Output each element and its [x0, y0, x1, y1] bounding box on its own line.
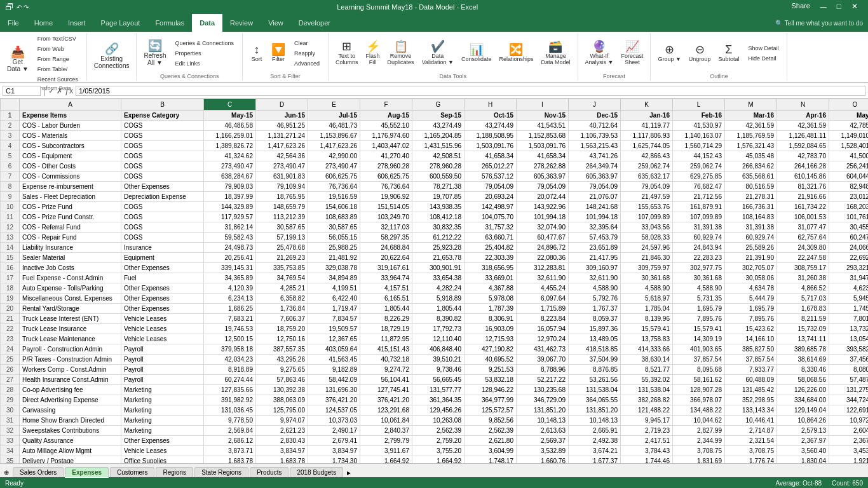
- table-cell[interactable]: COGS: [121, 131, 204, 141]
- table-cell[interactable]: 4,282.24: [412, 283, 465, 294]
- tab-data[interactable]: Data: [192, 14, 222, 32]
- table-cell[interactable]: 1,417,623.26: [256, 141, 308, 151]
- table-cell[interactable]: 2,321.54: [725, 436, 777, 446]
- table-cell[interactable]: 4,455.24: [517, 283, 569, 294]
- table-cell[interactable]: 1,787.39: [465, 304, 517, 314]
- table-cell[interactable]: 1,528,401.26: [829, 141, 869, 151]
- table-cell[interactable]: 366,978.07: [673, 395, 725, 405]
- table-cell[interactable]: 22,692.53: [829, 253, 869, 263]
- table-cell[interactable]: 37,857.54: [673, 355, 725, 365]
- table-cell[interactable]: 9,738.46: [412, 365, 465, 375]
- table-cell[interactable]: 1,785.04: [621, 304, 673, 314]
- table-cell[interactable]: 39,067.70: [517, 355, 569, 365]
- table-cell[interactable]: 2,840.37: [360, 426, 412, 436]
- table-cell[interactable]: 1,563,215.43: [569, 141, 621, 151]
- table-cell[interactable]: 42,361.59: [725, 121, 777, 131]
- table-cell[interactable]: Co-op Advertising fee: [20, 385, 121, 395]
- table-cell[interactable]: 629,275.85: [673, 172, 725, 182]
- table-cell[interactable]: 76,682.47: [673, 182, 725, 192]
- table-cell[interactable]: 427,190.82: [465, 344, 517, 355]
- table-cell[interactable]: 6,097.64: [517, 294, 569, 304]
- hide-detail-btn[interactable]: Hide Detail: [743, 54, 783, 63]
- filter-btn[interactable]: 🔽Filter: [268, 42, 288, 64]
- table-cell[interactable]: 127,745.41: [360, 385, 412, 395]
- table-cell[interactable]: Equipment: [121, 253, 204, 263]
- table-cell[interactable]: 2,621.23: [256, 426, 308, 436]
- table-cell[interactable]: 57,453.79: [569, 233, 621, 243]
- add-sheet-btn[interactable]: ⊕: [3, 468, 10, 477]
- table-cell[interactable]: 13,732.09: [829, 324, 869, 334]
- table-cell[interactable]: 60,274.44: [204, 375, 256, 385]
- table-cell[interactable]: COS - Commissions: [20, 172, 121, 182]
- table-cell[interactable]: 33,654.38: [412, 273, 465, 283]
- table-cell[interactable]: 37,504.99: [569, 355, 621, 365]
- table-cell[interactable]: 21,846.30: [621, 253, 673, 263]
- sort-btn[interactable]: ↕️Sort: [247, 42, 267, 64]
- table-cell[interactable]: 8,095.68: [673, 365, 725, 375]
- table-cell[interactable]: 10,446.41: [725, 416, 777, 426]
- table-cell[interactable]: 5,731.35: [673, 294, 725, 304]
- table-cell[interactable]: 60,488.09: [725, 375, 777, 385]
- table-cell[interactable]: Jul-15: [308, 111, 360, 121]
- table-cell[interactable]: 2,759.20: [412, 436, 465, 446]
- table-cell[interactable]: 379,958.18: [204, 344, 256, 355]
- table-cell[interactable]: Payroll: [121, 355, 204, 365]
- table-cell[interactable]: Expense Category: [121, 111, 204, 121]
- table-cell[interactable]: 2,719.23: [621, 426, 673, 436]
- table-cell[interactable]: Delivery / Postage: [20, 456, 121, 464]
- table-cell[interactable]: 61,212.22: [412, 233, 465, 243]
- table-cell[interactable]: Vehicle Leases: [121, 314, 204, 324]
- table-cell[interactable]: 259,062.74: [673, 161, 725, 172]
- table-cell[interactable]: COS - Prize Fund Constr.: [20, 212, 121, 222]
- table-cell[interactable]: 21,417.95: [569, 253, 621, 263]
- table-cell[interactable]: 19,707.85: [412, 192, 465, 202]
- table-cell[interactable]: 293,321.21: [829, 263, 869, 273]
- table-cell[interactable]: 63,660.71: [465, 233, 517, 243]
- table-cell[interactable]: COS - Referral Fund: [20, 222, 121, 233]
- maximize-btn[interactable]: □: [832, 2, 846, 12]
- table-cell[interactable]: 3,873.71: [204, 446, 256, 456]
- manage-data-model-btn[interactable]: 🗃️ManageData Model: [538, 39, 573, 67]
- table-cell[interactable]: 41,530.97: [673, 121, 725, 131]
- table-cell[interactable]: 1,660.76: [517, 456, 569, 464]
- table-cell[interactable]: 7,895.76: [673, 314, 725, 324]
- table-cell[interactable]: 101,761.47: [829, 212, 869, 222]
- table-cell[interactable]: 42,785.20: [829, 121, 869, 131]
- table-cell[interactable]: 4,588.90: [569, 283, 621, 294]
- table-cell[interactable]: 3,604.99: [465, 446, 517, 456]
- table-cell[interactable]: 264,166.28: [777, 161, 829, 172]
- table-cell[interactable]: 161,734.22: [777, 202, 829, 212]
- table-cell[interactable]: 41,543.51: [517, 121, 569, 131]
- table-cell[interactable]: 43,295.26: [256, 355, 308, 365]
- table-cell[interactable]: 24,309.80: [777, 243, 829, 253]
- table-cell[interactable]: 12,750.16: [256, 334, 308, 344]
- table-cell[interactable]: 43,274.49: [412, 121, 465, 131]
- table-cell[interactable]: 101,994.18: [517, 212, 569, 222]
- table-cell[interactable]: 56,104.41: [360, 375, 412, 385]
- table-cell[interactable]: 21,712.56: [673, 192, 725, 202]
- table-cell[interactable]: 42,866.43: [621, 151, 673, 161]
- table-cell[interactable]: Other Expenses: [121, 436, 204, 446]
- table-cell[interactable]: 6,358.82: [256, 294, 308, 304]
- table-cell[interactable]: 259,062.74: [621, 161, 673, 172]
- table-cell[interactable]: 21,391.90: [725, 253, 777, 263]
- table-cell[interactable]: 389,685.78: [777, 344, 829, 355]
- table-cell[interactable]: COGS: [121, 212, 204, 222]
- table-cell[interactable]: 46,481.73: [308, 121, 360, 131]
- table-cell[interactable]: 32,117.03: [360, 222, 412, 233]
- table-cell[interactable]: 4,588.90: [621, 283, 673, 294]
- table-cell[interactable]: 1,830.04: [777, 456, 829, 464]
- table-cell[interactable]: 25,988.25: [308, 243, 360, 253]
- table-cell[interactable]: 4,623.20: [829, 283, 869, 294]
- table-cell[interactable]: COS - Equipment: [20, 151, 121, 161]
- table-cell[interactable]: 3,834.97: [256, 446, 308, 456]
- table-cell[interactable]: COS - Labor Burden: [20, 121, 121, 131]
- table-cell[interactable]: 12,500.15: [204, 334, 256, 344]
- table-cell[interactable]: 8,139.96: [621, 314, 673, 324]
- table-cell[interactable]: 4,367.88: [465, 283, 517, 294]
- table-cell[interactable]: 2,367.97: [777, 436, 829, 446]
- table-cell[interactable]: 12,367.65: [308, 334, 360, 344]
- table-cell[interactable]: 10,148.13: [517, 416, 569, 426]
- table-cell[interactable]: 166,736.31: [725, 202, 777, 212]
- col-header-f[interactable]: F: [360, 99, 412, 111]
